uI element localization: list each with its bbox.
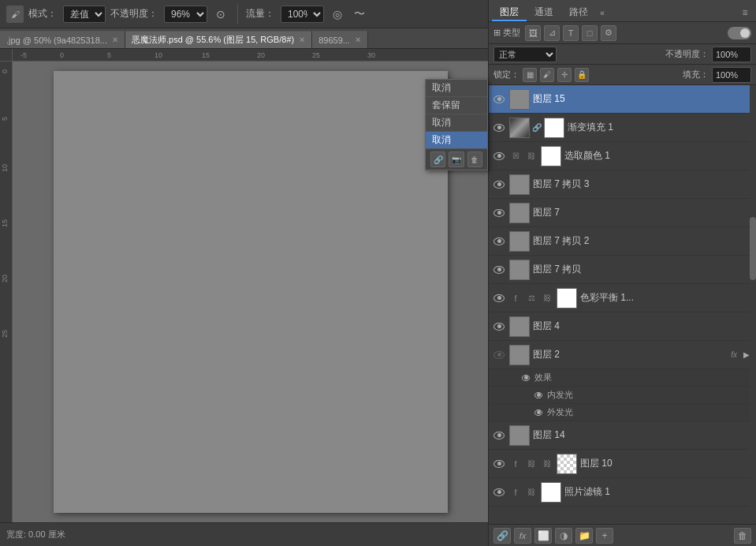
- ruler-h-mark: -5: [20, 51, 27, 59]
- layer-7c1-visibility[interactable]: [492, 263, 506, 277]
- layer-15-visibility[interactable]: [492, 92, 506, 107]
- layer-4-visibility[interactable]: [492, 320, 506, 334]
- layer-item-10[interactable]: f ⛓ ⛓ 图层 10: [489, 450, 756, 478]
- layer-bottom-toolbar: 🔗 fx ⬜ ◑ 📁 + 🗑: [489, 524, 756, 546]
- flow-select[interactable]: 100%: [281, 6, 324, 23]
- filter-smart-btn[interactable]: ⚙: [601, 25, 616, 41]
- context-item-1[interactable]: 套保留: [426, 97, 487, 114]
- layer-10-visibility[interactable]: [492, 457, 506, 471]
- panel-tab-paths[interactable]: 路径: [561, 4, 596, 21]
- layer-color1-name: 选取颜色 1: [564, 149, 753, 163]
- layer-pf-visibility[interactable]: [492, 485, 506, 499]
- tab-2[interactable]: 89659... ✕: [312, 31, 368, 48]
- layer-10-chain3: ⛓: [541, 458, 553, 470]
- layer-fx-btn[interactable]: fx: [514, 528, 531, 544]
- layer-colorbal-visibility[interactable]: [492, 291, 506, 305]
- layer-item-2[interactable]: 图层 2 fx ▶: [489, 341, 756, 369]
- layer-7c3-visibility[interactable]: [492, 178, 506, 192]
- filter-toggle[interactable]: [728, 27, 751, 39]
- layer-item-15[interactable]: 图层 15: [489, 85, 756, 114]
- layer-7c1-name: 图层 7 拷贝: [533, 263, 753, 276]
- lock-position-btn[interactable]: ✛: [557, 68, 572, 82]
- layer-item-7c2[interactable]: 图层 7 拷贝 2: [489, 227, 756, 256]
- layer-link-btn[interactable]: 🔗: [493, 528, 511, 544]
- layer-14-visibility[interactable]: [492, 428, 506, 443]
- layer-colorbal-scale: ⚖: [525, 292, 538, 305]
- layer-grad1-visibility[interactable]: [492, 121, 506, 135]
- layer-4-name: 图层 4: [533, 320, 753, 333]
- ruler-h-mark: 15: [202, 51, 210, 59]
- opacity-select[interactable]: 96%: [164, 6, 207, 23]
- ctx-icon-2[interactable]: 📷: [449, 151, 464, 167]
- layer-item-7[interactable]: 图层 7: [489, 199, 756, 227]
- mode-select[interactable]: 差值: [63, 6, 106, 23]
- layer-item-14[interactable]: 图层 14: [489, 421, 756, 450]
- right-panel: 图层 通道 路径 « ≡ ⊞ 类型 🖼 ⊿ T □ ⚙ 正常 不透明度： 锁定：…: [488, 0, 756, 546]
- layer-mask-btn[interactable]: ⬜: [534, 528, 552, 544]
- ruler-h-mark: 10: [155, 51, 162, 59]
- layer-7c2-visibility[interactable]: [492, 234, 506, 249]
- tab-2-close[interactable]: ✕: [355, 36, 361, 44]
- tab-0-close[interactable]: ✕: [112, 36, 118, 44]
- outer-glow-visibility-icon[interactable]: [533, 407, 544, 418]
- ruler-h-mark: 30: [367, 51, 375, 59]
- layer-7-name: 图层 7: [533, 206, 753, 219]
- effects-visibility-icon[interactable]: [520, 372, 531, 383]
- layer-item-7c1[interactable]: 图层 7 拷贝: [489, 256, 756, 284]
- fill-input[interactable]: [712, 67, 751, 83]
- panel-menu-btn[interactable]: ≡: [737, 4, 753, 21]
- lock-all-btn[interactable]: 🔒: [575, 68, 589, 82]
- layer-15-name: 图层 15: [533, 92, 753, 106]
- ruler-h-mark: 20: [257, 51, 265, 59]
- layer-2-visibility[interactable]: [492, 348, 506, 362]
- layers-scroll-thumb[interactable]: [750, 217, 756, 280]
- layer-sub-effects[interactable]: 效果: [489, 369, 756, 387]
- layer-7-visibility[interactable]: [492, 206, 506, 220]
- panel-tab-layers[interactable]: 图层: [492, 4, 527, 21]
- brush-settings-icon[interactable]: ⊙: [212, 6, 229, 23]
- layer-group-btn[interactable]: 📁: [575, 528, 593, 544]
- layer-item-grad1[interactable]: 🔗 渐变填充 1: [489, 114, 756, 142]
- ctx-icon-3[interactable]: 🗑: [467, 151, 482, 167]
- layer-item-colorbal[interactable]: f ⚖ ⛓ 色彩平衡 1...: [489, 284, 756, 312]
- inner-glow-visibility-icon[interactable]: [533, 390, 544, 401]
- layer-item-4[interactable]: 图层 4: [489, 312, 756, 341]
- layer-color1-visibility[interactable]: [492, 149, 506, 163]
- canvas-area[interactable]: [13, 62, 488, 522]
- tab-1[interactable]: 恶魔法师.psd @ 55.6% (图层 15, RGB/8#) ✕: [125, 31, 312, 48]
- flow-label: 流量：: [246, 7, 274, 21]
- smoothing-icon[interactable]: 〜: [351, 6, 368, 23]
- context-item-3[interactable]: 取消: [426, 132, 487, 149]
- panel-collapse-btn[interactable]: «: [596, 4, 609, 21]
- airbrush-icon[interactable]: ◎: [329, 6, 346, 23]
- filter-shape-btn[interactable]: □: [582, 25, 598, 41]
- layer-7c1-thumb: [509, 260, 530, 280]
- panel-tab-channels[interactable]: 通道: [527, 4, 561, 21]
- ruler-v-mark: 15: [1, 219, 9, 227]
- context-item-0[interactable]: 取消: [426, 80, 487, 97]
- opacity-input[interactable]: [712, 47, 751, 62]
- lock-transparent-btn[interactable]: ▦: [523, 68, 537, 82]
- layer-colorbal-name: 色彩平衡 1...: [580, 291, 753, 305]
- filter-text-btn[interactable]: T: [563, 25, 579, 41]
- layer-sub-outer-glow[interactable]: 外发光: [489, 404, 756, 421]
- layer-adj-btn[interactable]: ◑: [555, 528, 572, 544]
- ctx-icon-1[interactable]: 🔗: [430, 151, 445, 167]
- layer-delete-btn[interactable]: 🗑: [734, 528, 751, 544]
- layer-item-color1[interactable]: ☒ ⛓ 选取颜色 1: [489, 142, 756, 170]
- tab-0[interactable]: .jpg @ 50% (9a4825318... ✕: [0, 31, 125, 48]
- layer-pf-name: 照片滤镜 1: [564, 485, 753, 499]
- layer-item-photo-filter[interactable]: f ⛓ 照片滤镜 1: [489, 478, 756, 507]
- blend-mode-select[interactable]: 正常: [493, 47, 557, 62]
- layer-item-7c3[interactable]: 图层 7 拷贝 3: [489, 170, 756, 199]
- layer-new-btn[interactable]: +: [596, 528, 613, 544]
- layers-scrollbar[interactable]: [750, 85, 756, 524]
- lock-image-btn[interactable]: 🖌: [540, 68, 554, 82]
- filter-pixel-btn[interactable]: 🖼: [525, 25, 541, 41]
- filter-adjustment-btn[interactable]: ⊿: [544, 25, 560, 41]
- layer-10-name: 图层 10: [580, 457, 753, 470]
- layer-sub-inner-glow[interactable]: 内发光: [489, 387, 756, 404]
- tab-1-close[interactable]: ✕: [299, 36, 305, 44]
- context-item-2[interactable]: 取消: [426, 114, 487, 132]
- layer-15-thumb: [509, 89, 530, 110]
